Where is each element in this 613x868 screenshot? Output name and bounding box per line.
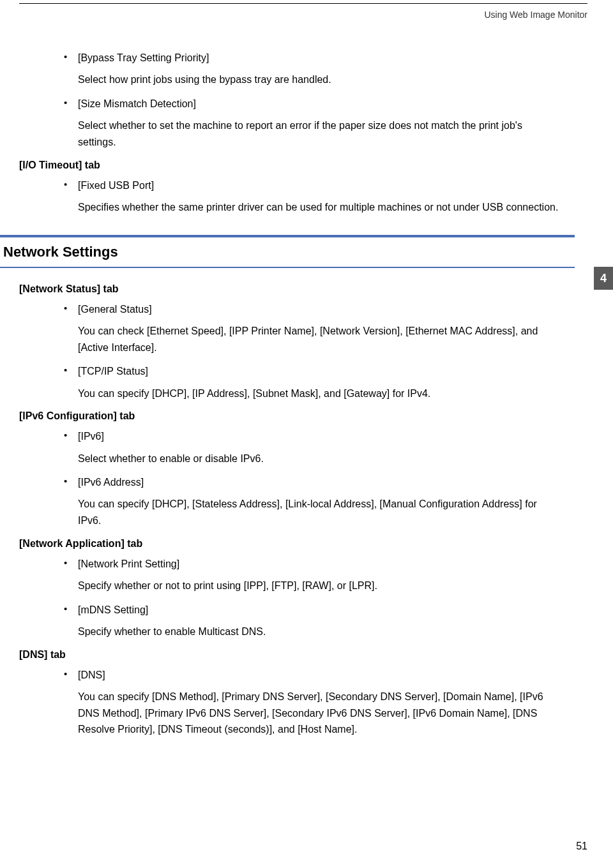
item-desc: You can specify [DNS Method], [Primary D… bbox=[78, 689, 562, 738]
item-desc: Select whether to enable or disable IPv6… bbox=[78, 451, 562, 467]
page-number: 51 bbox=[576, 841, 587, 852]
item-title: [mDNS Setting] bbox=[78, 603, 148, 617]
item-title: [Fixed USB Port] bbox=[78, 179, 154, 193]
bullet-icon: • bbox=[64, 668, 78, 682]
bullet-icon: • bbox=[64, 603, 78, 617]
item-desc: Specify whether to enable Multicast DNS. bbox=[78, 624, 562, 640]
item-title: [DNS] bbox=[78, 668, 105, 682]
item-title: [IPv6 Address] bbox=[78, 475, 144, 490]
item-desc: Specifies whether the same printer drive… bbox=[78, 199, 562, 216]
section-network-settings: Network Settings bbox=[0, 235, 587, 268]
header-breadcrumb: Using Web Image Monitor bbox=[484, 10, 587, 20]
bullet-icon: • bbox=[64, 97, 78, 111]
item-desc: Select whether to set the machine to rep… bbox=[78, 117, 562, 150]
tab-heading-io-timeout: [I/O Timeout] tab bbox=[19, 160, 587, 171]
item-title: [Bypass Tray Setting Priority] bbox=[78, 51, 209, 65]
bullet-icon: • bbox=[64, 430, 78, 444]
bullet-icon: • bbox=[64, 475, 78, 490]
item-desc: You can specify [DHCP], [IP Address], [S… bbox=[78, 385, 562, 402]
chapter-tab: 4 bbox=[594, 267, 613, 290]
section-bottom-rule bbox=[0, 267, 575, 268]
tab-heading-network-status: [Network Status] tab bbox=[19, 283, 587, 295]
section-top-rule bbox=[0, 235, 575, 237]
tab-heading-ipv6-config: [IPv6 Configuration] tab bbox=[19, 410, 587, 422]
bullet-icon: • bbox=[64, 557, 78, 571]
tab-heading-network-app: [Network Application] tab bbox=[19, 538, 587, 550]
page-content: • [Bypass Tray Setting Priority] Select … bbox=[0, 51, 587, 747]
bullet-icon: • bbox=[64, 364, 78, 378]
item-desc: You can specify [DHCP], [Stateless Addre… bbox=[78, 496, 562, 528]
item-desc: You can check [Ethernet Speed], [IPP Pri… bbox=[78, 323, 562, 355]
item-desc: Select how print jobs using the bypass t… bbox=[78, 71, 562, 88]
bullet-icon: • bbox=[64, 51, 78, 65]
section-heading: Network Settings bbox=[0, 244, 587, 260]
item-title: [Network Print Setting] bbox=[78, 557, 179, 571]
tab-heading-dns: [DNS] tab bbox=[19, 649, 587, 661]
bullet-icon: • bbox=[64, 303, 78, 317]
item-desc: Specify whether or not to print using [I… bbox=[78, 578, 562, 594]
bullet-icon: • bbox=[64, 179, 78, 193]
item-title: [IPv6] bbox=[78, 430, 104, 444]
item-title: [TCP/IP Status] bbox=[78, 364, 148, 378]
header-divider bbox=[19, 3, 587, 4]
item-title: [General Status] bbox=[78, 303, 152, 317]
item-title: [Size Mismatch Detection] bbox=[78, 97, 196, 111]
